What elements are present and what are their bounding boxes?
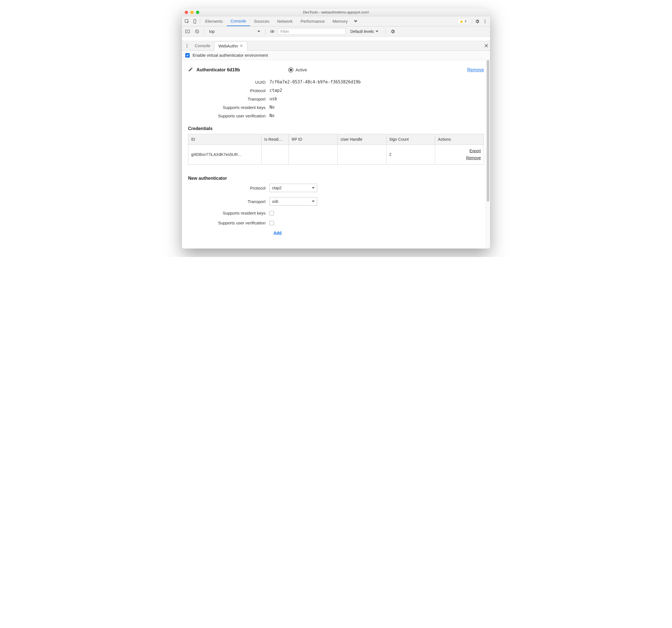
col-actions: Actions xyxy=(435,134,484,145)
new-transport-select[interactable]: usb xyxy=(269,197,317,206)
active-radio[interactable] xyxy=(288,67,293,72)
credentials-table: ID Is Resid… RP ID User Handle Sign Coun… xyxy=(188,134,484,165)
traffic-minimize[interactable] xyxy=(190,11,194,14)
tab-console[interactable]: Console xyxy=(227,16,250,26)
uuid-value: 7cf6a7e2-0537-48c4-b9fe-f3653826d19b xyxy=(269,79,361,85)
console-settings-icon[interactable] xyxy=(389,27,397,36)
live-expression-icon[interactable] xyxy=(268,27,276,36)
svg-point-2 xyxy=(485,19,486,20)
warnings-badge[interactable]: 3 xyxy=(458,19,469,24)
kebab-menu-icon[interactable] xyxy=(481,17,489,25)
divider xyxy=(200,19,200,24)
webauthn-pane: Authenticator 6d19b Active Remove UUID 7… xyxy=(182,60,490,249)
console-filter-input[interactable] xyxy=(278,28,346,35)
protocol-value: ctap2 xyxy=(269,88,282,93)
more-tabs-icon[interactable] xyxy=(352,17,360,25)
export-credential-link[interactable]: Export xyxy=(470,148,481,153)
remove-credential-link[interactable]: Remove xyxy=(466,156,481,160)
new-protocol-label: Protocol xyxy=(188,186,269,190)
svg-point-11 xyxy=(187,47,188,47)
execution-context-select[interactable]: top xyxy=(207,28,262,35)
user-verification-label: Supports user verification xyxy=(188,114,269,118)
credentials-title: Credentials xyxy=(188,126,484,131)
active-radio-group[interactable]: Active xyxy=(288,67,307,72)
drawer-menu-icon[interactable] xyxy=(183,42,191,50)
main-tabstrip: Elements Console Sources Network Perform… xyxy=(182,16,490,26)
active-label: Active xyxy=(295,67,307,72)
drawer-tab-label: WebAuthn xyxy=(218,44,238,48)
new-uv-label: Supports user verification xyxy=(188,220,269,225)
add-authenticator-link[interactable]: Add xyxy=(273,230,282,235)
log-levels-label: Default levels xyxy=(350,29,374,34)
divider xyxy=(386,29,386,34)
vertical-scrollbar[interactable] xyxy=(486,60,490,249)
uuid-label: UUID xyxy=(188,80,269,85)
device-toolbar-icon[interactable] xyxy=(191,17,199,25)
new-rk-label: Supports resident keys xyxy=(188,211,269,215)
chevron-down-icon xyxy=(257,31,260,32)
remove-authenticator-link[interactable]: Remove xyxy=(467,67,484,72)
execution-context-value: top xyxy=(209,29,214,34)
transport-label: Transport xyxy=(188,97,269,101)
chevron-down-icon xyxy=(312,201,315,202)
svg-point-10 xyxy=(187,45,188,46)
clear-console-icon[interactable] xyxy=(193,27,201,36)
edit-icon[interactable] xyxy=(188,67,193,73)
console-sidebar-toggle-icon[interactable] xyxy=(184,27,191,36)
cred-rp xyxy=(289,145,338,165)
tab-elements[interactable]: Elements xyxy=(201,16,227,26)
drawer-tabstrip: Console WebAuthn ✕ ✕ xyxy=(182,41,490,50)
enable-label: Enable virtual authenticator environment xyxy=(193,53,268,57)
svg-point-9 xyxy=(187,44,188,45)
resident-keys-value: No xyxy=(269,105,274,110)
cred-actions: Export Remove xyxy=(435,145,484,165)
drawer-tab-webauthn[interactable]: WebAuthn ✕ xyxy=(214,41,247,50)
cred-uh xyxy=(337,145,386,165)
col-rp: RP ID xyxy=(289,134,338,145)
new-protocol-value: ctap2 xyxy=(272,186,282,190)
col-resident: Is Resid… xyxy=(261,134,289,145)
divider xyxy=(265,29,266,34)
traffic-close[interactable] xyxy=(185,11,188,14)
divider xyxy=(472,19,472,24)
new-protocol-select[interactable]: ctap2 xyxy=(269,184,317,192)
authenticator-header: Authenticator 6d19b Active Remove xyxy=(188,67,484,73)
log-levels-select[interactable]: Default levels xyxy=(347,29,381,34)
cred-sign-count: 2 xyxy=(386,145,435,165)
credential-row: gi9DBsn77iLAXdK7es5UR… 2 Export Remove xyxy=(188,145,484,165)
new-authenticator-title: New authenticator xyxy=(188,176,484,181)
col-uh: User Handle xyxy=(337,134,386,145)
col-id: ID xyxy=(188,134,262,145)
divider xyxy=(204,29,204,34)
svg-point-3 xyxy=(485,21,486,22)
drawer-tab-console[interactable]: Console xyxy=(191,41,214,50)
window-title: DevTools - webauthndemo.appspot.com/ xyxy=(182,10,490,14)
resident-keys-label: Supports resident keys xyxy=(188,105,269,110)
console-toolbar: top Default levels xyxy=(182,26,490,37)
warnings-count: 3 xyxy=(464,19,466,23)
enable-bar: Enable virtual authenticator environment xyxy=(182,50,490,60)
col-sc: Sign Count xyxy=(386,134,435,145)
user-verification-value: No xyxy=(269,113,274,118)
traffic-zoom[interactable] xyxy=(196,11,199,14)
new-uv-checkbox[interactable] xyxy=(269,221,274,225)
chevron-down-icon xyxy=(312,187,315,189)
drawer-close-icon[interactable]: ✕ xyxy=(482,42,490,50)
svg-point-4 xyxy=(485,22,486,23)
tab-network[interactable]: Network xyxy=(273,16,297,26)
protocol-label: Protocol xyxy=(188,88,269,93)
tab-sources[interactable]: Sources xyxy=(250,16,273,26)
new-rk-checkbox[interactable] xyxy=(269,211,274,215)
transport-value: usb xyxy=(269,96,277,101)
svg-point-8 xyxy=(272,31,273,32)
tab-memory[interactable]: Memory xyxy=(329,16,352,26)
close-icon[interactable]: ✕ xyxy=(240,44,243,48)
inspect-element-icon[interactable] xyxy=(183,17,191,25)
tab-performance[interactable]: Performance xyxy=(297,16,329,26)
new-transport-value: usb xyxy=(272,199,279,204)
enable-virtual-authenticator-checkbox[interactable] xyxy=(185,53,190,57)
cred-id: gi9DBsn77iLAXdK7es5UR… xyxy=(188,145,262,165)
authenticator-title: Authenticator 6d19b xyxy=(196,67,240,72)
svg-rect-1 xyxy=(194,19,196,23)
settings-icon[interactable] xyxy=(473,17,481,25)
